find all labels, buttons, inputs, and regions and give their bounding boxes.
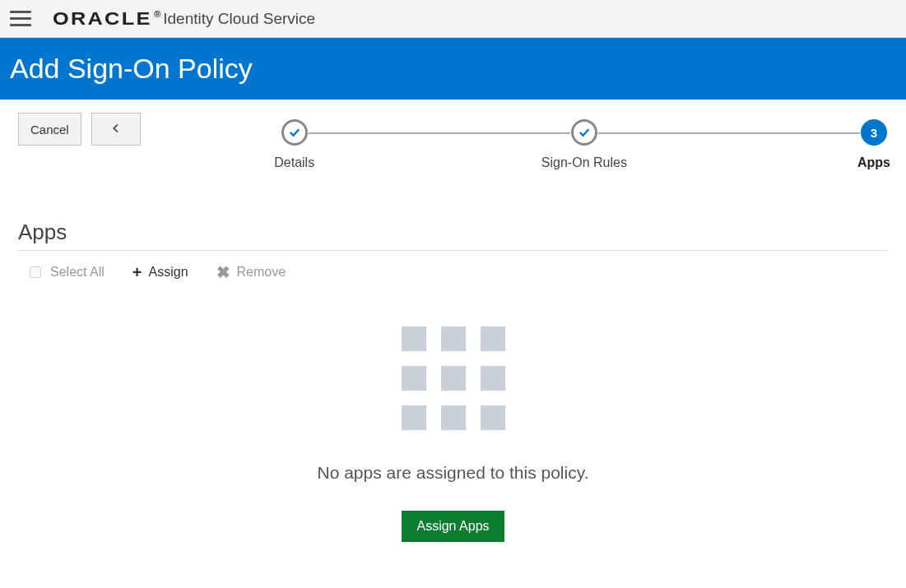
cancel-button[interactable]: Cancel xyxy=(18,113,81,146)
remove-label: Remove xyxy=(237,265,286,280)
brand-logo: ORACLE® xyxy=(53,8,163,30)
wizard-step-label: Details xyxy=(274,155,314,170)
empty-message: No apps are assigned to this policy. xyxy=(18,463,888,483)
empty-state: No apps are assigned to this policy. Ass… xyxy=(18,326,888,542)
wizard-step-signon-rules[interactable]: Sign-On Rules xyxy=(570,119,598,146)
assign-apps-button[interactable]: Assign Apps xyxy=(402,511,504,542)
apps-toolbar: Select All + Assign ✖ Remove xyxy=(18,251,888,294)
apps-grid-icon xyxy=(402,326,505,430)
wizard-steps: Details Sign-On Rules 3 Apps xyxy=(281,113,888,146)
page-title: Add Sign-On Policy xyxy=(0,38,906,100)
back-button[interactable] xyxy=(91,113,141,146)
wizard-step-details[interactable]: Details xyxy=(281,119,309,146)
wizard-step-label: Sign-On Rules xyxy=(541,155,627,170)
section-title: Apps xyxy=(18,220,888,251)
select-all-label: Select All xyxy=(50,265,105,280)
step-number-icon: 3 xyxy=(861,119,887,146)
assign-button[interactable]: + Assign xyxy=(132,264,188,280)
remove-button[interactable]: ✖ Remove xyxy=(216,262,286,282)
wizard-step-label: Apps xyxy=(857,155,890,170)
close-icon: ✖ xyxy=(216,262,230,282)
product-name: Identity Cloud Service xyxy=(163,10,315,28)
wizard-step-apps[interactable]: 3 Apps xyxy=(860,119,888,146)
check-icon xyxy=(571,119,597,146)
check-icon xyxy=(281,119,308,146)
assign-label: Assign xyxy=(149,265,188,280)
plus-icon: + xyxy=(132,264,142,280)
topbar: ORACLE® Identity Cloud Service xyxy=(0,0,906,38)
chevron-left-icon xyxy=(109,122,123,137)
hamburger-menu-icon[interactable] xyxy=(10,7,33,30)
select-all-checkbox[interactable]: Select All xyxy=(26,264,105,280)
checkbox-input[interactable] xyxy=(30,266,41,278)
